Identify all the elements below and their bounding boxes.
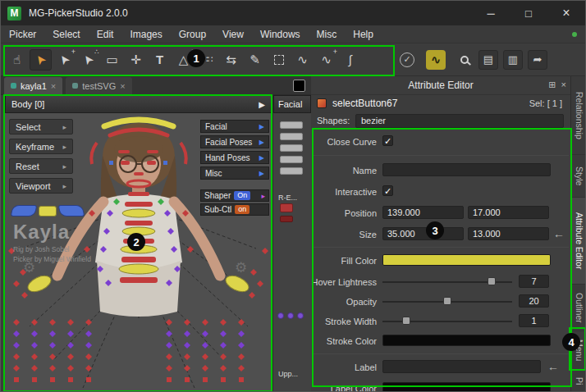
picker-panel-header[interactable]: Body [0] ▶ [5, 95, 272, 113]
side-tab-outliner[interactable]: Outliner [571, 285, 586, 331]
stroke-width-slider[interactable] [382, 316, 512, 327]
slider-handle[interactable] [402, 317, 410, 325]
smooth-curve-tool-icon[interactable]: ∫ [339, 49, 361, 71]
menu-misc[interactable]: Misc [309, 29, 346, 40]
pan-hand-tool-icon[interactable]: ☝ [6, 49, 28, 71]
close-button[interactable]: × [547, 1, 585, 25]
copy-label-icon[interactable]: ← [547, 360, 559, 373]
facial-red-button[interactable] [280, 216, 293, 222]
float-panel-icon[interactable]: ⊞ [548, 80, 556, 90]
left-wing-button[interactable] [11, 205, 37, 217]
copy-from-selection-icon[interactable]: ← [553, 227, 565, 240]
facial-nav-button[interactable]: Facial [200, 120, 269, 133]
hover-lightness-slider[interactable] [382, 276, 512, 288]
facial-swatch-button[interactable] [280, 133, 303, 140]
menu-view[interactable]: View [214, 29, 252, 40]
stroke-color-swatch[interactable] [382, 335, 551, 346]
align-tool-icon[interactable]: ⇆ [220, 49, 242, 71]
stroke-width-input[interactable]: 1 [519, 314, 549, 327]
side-tab-picker[interactable]: Pi [571, 370, 586, 392]
slider-button-tool-icon[interactable]: ▭ [101, 49, 123, 71]
tab-close-icon[interactable]: × [120, 81, 125, 91]
facial-dot-button[interactable] [287, 312, 294, 319]
select-cursor-tool-icon[interactable]: ➤ [30, 49, 52, 71]
menu-help[interactable]: Help [345, 29, 382, 40]
interactive-checkbox[interactable]: ✓ [382, 185, 393, 196]
position-x-input[interactable]: 139.000 [382, 206, 464, 219]
image-import-icon[interactable]: ▤ [478, 50, 498, 70]
export-icon[interactable]: ➦ [528, 50, 547, 70]
slider-handle[interactable] [488, 277, 496, 285]
menu-group[interactable]: Group [171, 29, 214, 40]
name-input[interactable] [382, 163, 551, 176]
facial-dot-button[interactable] [297, 312, 304, 319]
menu-windows[interactable]: Windows [252, 29, 309, 40]
tab-close-icon[interactable]: × [51, 81, 56, 91]
menu-picker[interactable]: Picker [1, 29, 44, 40]
facial-dot-button[interactable] [277, 312, 284, 319]
smooth-active-icon[interactable]: ∿ [426, 50, 446, 70]
facial-panel-header[interactable]: Facial [273, 95, 311, 113]
menu-select[interactable]: Select [44, 29, 88, 40]
panel-expand-icon[interactable]: ▶ [259, 100, 265, 109]
facial-swatch-button[interactable] [280, 121, 303, 129]
reset-menu-button[interactable]: Reset [9, 158, 73, 174]
move-tool-icon[interactable]: ✛ [125, 49, 147, 71]
facial-red-button[interactable] [280, 203, 293, 212]
center-pill-button[interactable] [39, 206, 57, 217]
bezier-tool-icon[interactable]: ∿ [291, 49, 314, 71]
gear-icon[interactable]: ⚙ [23, 259, 35, 276]
menu-images[interactable]: Images [121, 29, 170, 40]
close-panel-icon[interactable]: × [561, 80, 566, 90]
side-tab-attribute-editor[interactable]: Attribute Editor [571, 198, 586, 285]
size-width-input[interactable]: 35.000 [382, 227, 464, 240]
search-icon[interactable] [453, 49, 475, 71]
picker-canvas[interactable]: Select Keyframe Reset Viewport Kayla Rig… [5, 113, 272, 392]
viewport-menu-button[interactable]: Viewport [9, 178, 73, 194]
eyedropper-tool-icon[interactable]: ✎ [244, 49, 266, 71]
add-button-tool-icon[interactable]: ➤+ [53, 49, 76, 71]
menu-edit[interactable]: Edit [89, 29, 122, 40]
image-panel-icon[interactable]: ▥ [503, 50, 523, 70]
right-wing-button[interactable] [58, 205, 85, 217]
size-height-input[interactable]: 13.000 [468, 227, 549, 240]
finger-grid-left[interactable] [13, 319, 92, 382]
tab-testsvg[interactable]: testSVG × [66, 77, 131, 94]
add-multi-tool-icon[interactable]: ➤∴ [77, 49, 99, 71]
facial-swatch-button[interactable] [280, 156, 303, 163]
check-circle-icon[interactable]: ✓ [400, 52, 414, 67]
clavicle-picker-row[interactable] [11, 205, 84, 217]
finger-grid-right[interactable] [166, 319, 245, 382]
facial-swatch-button[interactable] [280, 144, 303, 152]
gear-icon[interactable]: ⚙ [235, 259, 247, 276]
opacity-slider[interactable] [382, 296, 512, 308]
label-color-swatch[interactable] [382, 382, 551, 392]
facial-swatch-button[interactable] [280, 167, 303, 175]
hand-poses-nav-button[interactable]: Hand Poses [200, 151, 269, 164]
slider-handle[interactable] [443, 297, 451, 305]
subctl-toggle[interactable]: Sub-Ctl on [200, 203, 269, 216]
select-menu-button[interactable]: Select [9, 119, 73, 134]
marquee-tool-icon[interactable] [268, 49, 290, 71]
misc-nav-button[interactable]: Misc [200, 166, 269, 180]
hover-lightness-input[interactable]: 7 [519, 275, 549, 288]
text-tool-icon[interactable]: T [149, 49, 171, 71]
pen-curve-tool-icon[interactable]: ∿+ [315, 49, 337, 71]
label-input[interactable] [382, 360, 541, 373]
maximize-button[interactable]: □ [510, 1, 547, 25]
fill-color-swatch[interactable] [382, 254, 551, 266]
facial-poses-nav-button[interactable]: Facial Poses [200, 135, 269, 148]
side-tab-relationship[interactable]: Relationship [571, 76, 586, 155]
keyframe-menu-button[interactable]: Keyframe [9, 139, 73, 154]
shaper-toggle[interactable]: Shaper On ▸ [200, 189, 269, 202]
minimize-button[interactable]: ─ [472, 1, 510, 25]
background-color-button[interactable] [293, 80, 305, 92]
tab-kayla1[interactable]: kayla1 × [4, 77, 62, 94]
side-tab-style[interactable]: Style [571, 155, 586, 198]
subctl-on-state[interactable]: on [235, 205, 250, 214]
close-curve-checkbox[interactable]: ✓ [382, 135, 393, 146]
shapes-dropdown[interactable]: bezier [355, 114, 564, 128]
position-y-input[interactable]: 17.000 [468, 206, 549, 219]
opacity-input[interactable]: 20 [519, 294, 549, 308]
shaper-on-state[interactable]: On [234, 191, 250, 200]
